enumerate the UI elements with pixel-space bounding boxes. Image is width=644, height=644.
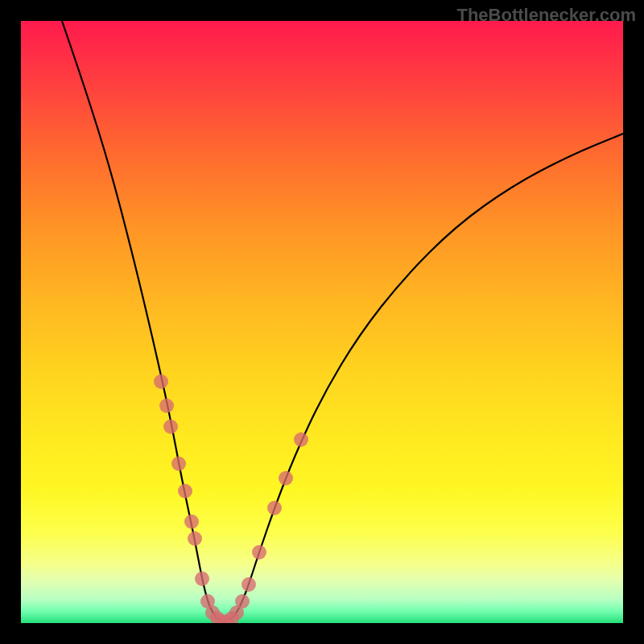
data-marker (195, 572, 209, 586)
data-marker (178, 484, 192, 498)
watermark-text: TheBottlenecker.com (456, 5, 636, 26)
data-markers-group (154, 374, 308, 623)
data-marker (252, 545, 266, 559)
bottleneck-curve (62, 21, 623, 621)
data-marker (188, 531, 202, 546)
data-marker (294, 432, 308, 447)
data-marker (267, 501, 282, 515)
data-marker (242, 577, 256, 592)
data-marker (154, 374, 168, 389)
data-marker (159, 398, 174, 413)
plot-gradient-area (21, 21, 623, 623)
data-marker (184, 514, 199, 529)
data-marker (279, 471, 293, 485)
data-marker (171, 456, 186, 471)
data-marker (235, 594, 250, 609)
chart-svg (21, 21, 623, 623)
chart-container: TheBottlenecker.com (0, 0, 644, 644)
data-marker (163, 419, 178, 434)
